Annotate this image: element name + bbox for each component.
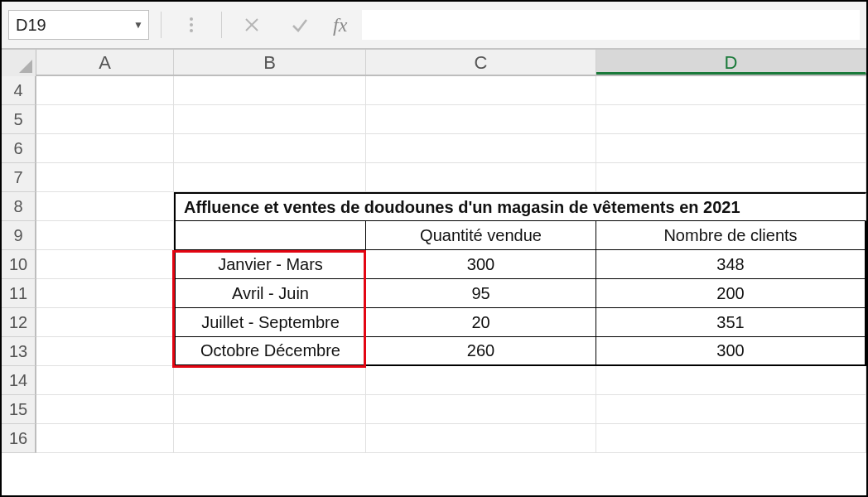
cell-B15[interactable]	[174, 395, 366, 424]
chevron-down-icon[interactable]: ▼	[133, 19, 143, 31]
table-row: 4	[2, 76, 866, 105]
svg-point-1	[190, 23, 193, 27]
row-header[interactable]: 11	[2, 279, 36, 308]
cell-A4[interactable]	[36, 76, 174, 105]
row-header[interactable]: 14	[2, 366, 36, 395]
cell-C6[interactable]	[366, 134, 596, 163]
cell-C15[interactable]	[366, 395, 596, 424]
table-row: 11 Avril - Juin 95 200	[2, 279, 866, 308]
column-header-row: A B C D	[2, 50, 866, 76]
cell-C14[interactable]	[366, 366, 596, 395]
cell-D11[interactable]: 200	[596, 279, 866, 308]
cell-C9[interactable]: Quantité vendue	[366, 221, 596, 250]
cell-B10[interactable]: Janvier - Mars	[174, 250, 366, 279]
cell-A9[interactable]	[36, 221, 174, 250]
divider	[161, 12, 162, 38]
cell-A11[interactable]	[36, 279, 174, 308]
cell-D15[interactable]	[596, 395, 866, 424]
cell-C16[interactable]	[366, 424, 596, 453]
row-header[interactable]: 9	[2, 221, 36, 250]
cell-D9[interactable]: Nombre de clients	[596, 221, 866, 250]
row-header[interactable]: 5	[2, 105, 36, 134]
table-row: 9 Quantité vendue Nombre de clients	[2, 221, 866, 250]
table-row: 6	[2, 134, 866, 163]
svg-point-0	[190, 17, 193, 21]
cell-D10[interactable]: 348	[596, 250, 866, 279]
select-all-triangle[interactable]	[2, 50, 36, 76]
cell-D5[interactable]	[596, 105, 866, 134]
svg-point-2	[190, 29, 193, 32]
cell-A10[interactable]	[36, 250, 174, 279]
cell-B4[interactable]	[174, 76, 366, 105]
cell-D6[interactable]	[596, 134, 866, 163]
cell-C13[interactable]: 260	[366, 337, 596, 366]
row-header[interactable]: 8	[2, 192, 36, 221]
cell-C10[interactable]: 300	[366, 250, 596, 279]
cell-C5[interactable]	[366, 105, 596, 134]
row-header[interactable]: 15	[2, 395, 36, 424]
cell-D12[interactable]: 351	[596, 308, 866, 337]
col-header-A[interactable]: A	[36, 50, 174, 75]
cell-A13[interactable]	[36, 337, 174, 366]
table-row: 16	[2, 424, 866, 453]
row-header[interactable]: 6	[2, 134, 36, 163]
cell-B13[interactable]: Octobre Décembre	[174, 337, 366, 366]
cell-B16[interactable]	[174, 424, 366, 453]
formula-bar: D19 ▼ fx	[2, 2, 866, 50]
name-box[interactable]: D19 ▼	[8, 10, 149, 40]
cell-B8-title[interactable]: Affluence et ventes de doudounes d'un ma…	[174, 192, 866, 221]
enter-icon[interactable]	[282, 10, 318, 40]
fx-icon[interactable]: fx	[330, 14, 350, 36]
table-row: 12 Juillet - Septembre 20 351	[2, 308, 866, 337]
table-row: 7	[2, 163, 866, 192]
table-row: 15	[2, 395, 866, 424]
cell-C11[interactable]: 95	[366, 279, 596, 308]
row-header[interactable]: 7	[2, 163, 36, 192]
table-row: 5	[2, 105, 866, 134]
cell-A16[interactable]	[36, 424, 174, 453]
row-header[interactable]: 13	[2, 337, 36, 366]
cell-C12[interactable]: 20	[366, 308, 596, 337]
cell-C7[interactable]	[366, 163, 596, 192]
cell-A5[interactable]	[36, 105, 174, 134]
cell-B6[interactable]	[174, 134, 366, 163]
row-header[interactable]: 10	[2, 250, 36, 279]
cell-D4[interactable]	[596, 76, 866, 105]
formula-input[interactable]	[362, 10, 860, 40]
cell-D16[interactable]	[596, 424, 866, 453]
cell-A14[interactable]	[36, 366, 174, 395]
col-header-D[interactable]: D	[596, 50, 866, 75]
table-row: 8 Affluence et ventes de doudounes d'un …	[2, 192, 866, 221]
row-header[interactable]: 4	[2, 76, 36, 105]
rows: 4 5 6 7	[2, 76, 866, 453]
cell-B14[interactable]	[174, 366, 366, 395]
cell-A15[interactable]	[36, 395, 174, 424]
cell-D13[interactable]: 300	[596, 337, 866, 366]
row-header[interactable]: 12	[2, 308, 36, 337]
table-row: 14	[2, 366, 866, 395]
cell-D7[interactable]	[596, 163, 866, 192]
cell-B5[interactable]	[174, 105, 366, 134]
cell-A6[interactable]	[36, 134, 174, 163]
cancel-icon[interactable]	[234, 10, 270, 40]
col-header-B[interactable]: B	[174, 50, 366, 75]
cell-B7[interactable]	[174, 163, 366, 192]
more-icon[interactable]	[173, 10, 210, 40]
cell-B9[interactable]	[174, 221, 366, 250]
name-box-value: D19	[16, 16, 46, 35]
col-header-C[interactable]: C	[366, 50, 596, 75]
cell-A8[interactable]	[36, 192, 174, 221]
cell-B12[interactable]: Juillet - Septembre	[174, 308, 366, 337]
cell-A12[interactable]	[36, 308, 174, 337]
cell-B11[interactable]: Avril - Juin	[174, 279, 366, 308]
cell-A7[interactable]	[36, 163, 174, 192]
cell-C4[interactable]	[366, 76, 596, 105]
spreadsheet-grid[interactable]: A B C D 4 5 6 7	[2, 50, 866, 453]
table-row: 10 Janvier - Mars 300 348	[2, 250, 866, 279]
row-header[interactable]: 16	[2, 424, 36, 453]
table-row: 13 Octobre Décembre 260 300	[2, 337, 866, 366]
cell-D14[interactable]	[596, 366, 866, 395]
divider	[221, 12, 222, 38]
